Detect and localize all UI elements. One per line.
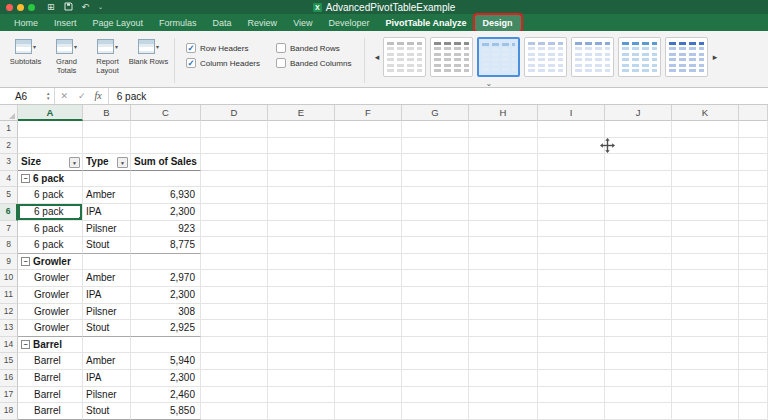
row-header-15[interactable]: 15 [0, 353, 18, 370]
cell-i7[interactable] [538, 221, 605, 238]
cell-i8[interactable] [538, 237, 605, 254]
cell-g2[interactable] [402, 138, 469, 155]
checkbox-row-headers[interactable]: ✓Row Headers [186, 43, 260, 53]
cell-a16[interactable]: Barrel [18, 370, 83, 387]
cell-f7[interactable] [335, 221, 402, 238]
cell-d15[interactable] [201, 353, 268, 370]
cell-d4[interactable] [201, 171, 268, 188]
cell-e6[interactable] [268, 204, 335, 221]
cell-j16[interactable] [605, 370, 672, 387]
cell-k12[interactable] [672, 304, 739, 321]
cell-j1[interactable] [605, 121, 672, 138]
report-layout-button[interactable]: ▾Report Layout [87, 36, 128, 75]
cell-e9[interactable] [268, 254, 335, 271]
gallery-left-arrow[interactable]: ◂ [372, 52, 381, 62]
cell-c2[interactable] [131, 138, 201, 155]
cell-j4[interactable] [605, 171, 672, 188]
pivot-style-pivotstyle-light-2[interactable] [430, 37, 473, 77]
cell-d3[interactable] [201, 154, 268, 171]
cell-c15[interactable]: 5,940 [131, 353, 201, 370]
cell-overflow-11[interactable] [739, 287, 768, 304]
row-header-11[interactable]: 11 [0, 287, 18, 304]
cell-h5[interactable] [469, 187, 538, 204]
column-header-f[interactable]: F [335, 105, 402, 121]
row-header-17[interactable]: 17 [0, 387, 18, 404]
cell-e3[interactable] [268, 154, 335, 171]
cell-b12[interactable]: Pilsner [83, 304, 131, 321]
insert-function-icon[interactable]: fx [91, 88, 109, 104]
cell-h7[interactable] [469, 221, 538, 238]
cell-e18[interactable] [268, 403, 335, 420]
cell-h4[interactable] [469, 171, 538, 188]
pivot-style-pivotstyle-light-7[interactable] [665, 37, 708, 77]
row-header-8[interactable]: 8 [0, 237, 18, 254]
cell-j12[interactable] [605, 304, 672, 321]
column-header-a[interactable]: A [18, 105, 83, 121]
row-header-5[interactable]: 5 [0, 187, 18, 204]
cell-e10[interactable] [268, 270, 335, 287]
tab-review[interactable]: Review [240, 15, 286, 31]
cell-i2[interactable] [538, 138, 605, 155]
cell-a12[interactable]: Growler [18, 304, 83, 321]
cell-g18[interactable] [402, 403, 469, 420]
cell-d7[interactable] [201, 221, 268, 238]
cell-a3[interactable]: Size▼ [18, 154, 83, 171]
cell-e15[interactable] [268, 353, 335, 370]
checkbox-banded-rows[interactable]: Banded Rows [276, 43, 351, 53]
row-header-4[interactable]: 4 [0, 171, 18, 188]
cell-a4[interactable]: −6 pack [18, 171, 83, 188]
cell-overflow-18[interactable] [739, 403, 768, 420]
cell-f2[interactable] [335, 138, 402, 155]
tab-pivottable-analyze[interactable]: PivotTable Analyze [378, 15, 475, 31]
cell-c16[interactable]: 2,300 [131, 370, 201, 387]
row-header-12[interactable]: 12 [0, 304, 18, 321]
cell-a1[interactable] [18, 121, 83, 138]
cell-e14[interactable] [268, 337, 335, 354]
cell-d17[interactable] [201, 387, 268, 404]
cell-f12[interactable] [335, 304, 402, 321]
cell-f3[interactable] [335, 154, 402, 171]
cell-g5[interactable] [402, 187, 469, 204]
row-header-10[interactable]: 10 [0, 270, 18, 287]
cell-k14[interactable] [672, 337, 739, 354]
cell-overflow-15[interactable] [739, 353, 768, 370]
cell-g15[interactable] [402, 353, 469, 370]
tab-data[interactable]: Data [205, 15, 240, 31]
cell-k17[interactable] [672, 387, 739, 404]
cell-i11[interactable] [538, 287, 605, 304]
cell-k6[interactable] [672, 204, 739, 221]
cell-c7[interactable]: 923 [131, 221, 201, 238]
cell-j3[interactable] [605, 154, 672, 171]
cell-i9[interactable] [538, 254, 605, 271]
cell-g8[interactable] [402, 237, 469, 254]
cell-c1[interactable] [131, 121, 201, 138]
cell-d12[interactable] [201, 304, 268, 321]
cell-b9[interactable] [83, 254, 131, 271]
row-header-3[interactable]: 3 [0, 154, 18, 171]
cell-a7[interactable]: 6 pack [18, 221, 83, 238]
cell-h13[interactable] [469, 320, 538, 337]
cell-e5[interactable] [268, 187, 335, 204]
zoom-window-button[interactable] [28, 4, 35, 11]
pivot-style-pivotstyle-light-6[interactable] [618, 37, 661, 77]
cell-c14[interactable] [131, 337, 201, 354]
cell-d8[interactable] [201, 237, 268, 254]
cell-a5[interactable]: 6 pack [18, 187, 83, 204]
cell-j15[interactable] [605, 353, 672, 370]
cell-b13[interactable]: Stout [83, 320, 131, 337]
cell-k9[interactable] [672, 254, 739, 271]
cell-a18[interactable]: Barrel [18, 403, 83, 420]
cell-c13[interactable]: 2,925 [131, 320, 201, 337]
cell-h8[interactable] [469, 237, 538, 254]
cell-j8[interactable] [605, 237, 672, 254]
cell-b17[interactable]: Pilsner [83, 387, 131, 404]
cell-i5[interactable] [538, 187, 605, 204]
checkbox-banded-columns[interactable]: Banded Columns [276, 58, 351, 68]
cell-c10[interactable]: 2,970 [131, 270, 201, 287]
cell-g3[interactable] [402, 154, 469, 171]
checkbox-column-headers[interactable]: ✓Column Headers [186, 58, 260, 68]
cell-b2[interactable] [83, 138, 131, 155]
pivot-style-pivotstyle-light-4[interactable] [524, 37, 567, 77]
cell-g4[interactable] [402, 171, 469, 188]
cell-f18[interactable] [335, 403, 402, 420]
